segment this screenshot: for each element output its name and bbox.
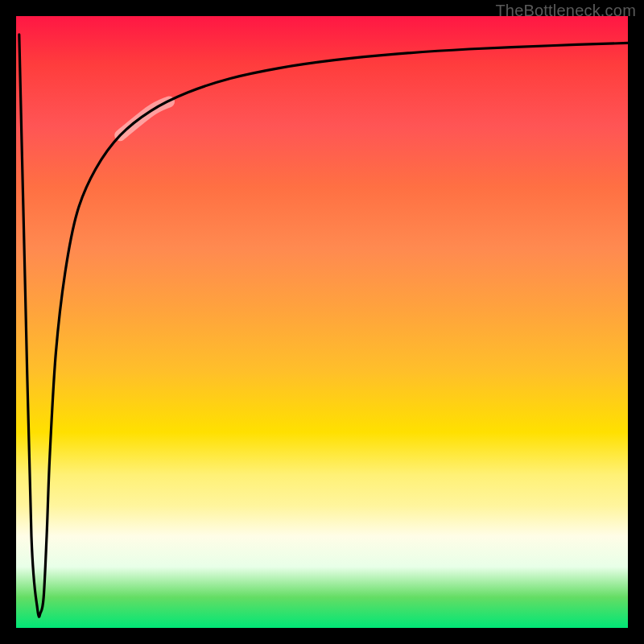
curve-svg (16, 16, 628, 628)
watermark-text: TheBottleneck.com (495, 2, 636, 20)
curve-highlight (120, 101, 169, 135)
chart-container: TheBottleneck.com (0, 0, 644, 644)
bottleneck-curve (19, 35, 628, 617)
plot-area (16, 16, 628, 628)
